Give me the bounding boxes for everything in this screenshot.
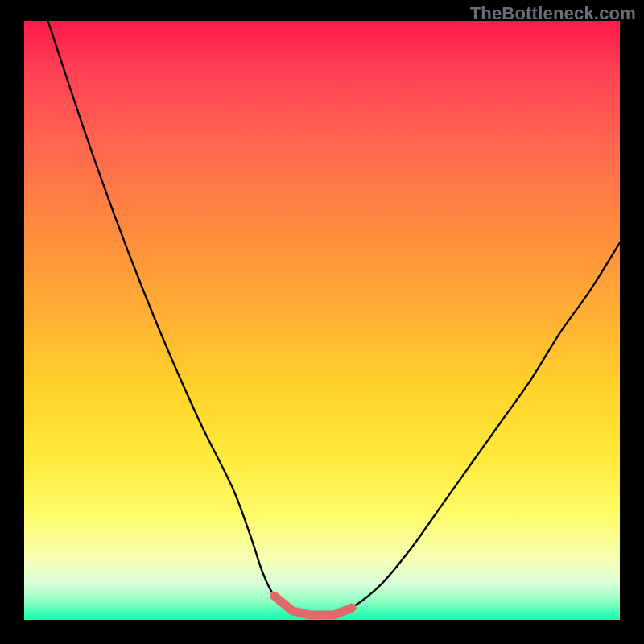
highlight-svg — [24, 21, 620, 620]
plot-area — [24, 21, 620, 620]
watermark-text: TheBottleneck.com — [470, 3, 636, 24]
highlight-range-path — [275, 596, 352, 615]
chart-frame: TheBottleneck.com — [0, 0, 644, 644]
